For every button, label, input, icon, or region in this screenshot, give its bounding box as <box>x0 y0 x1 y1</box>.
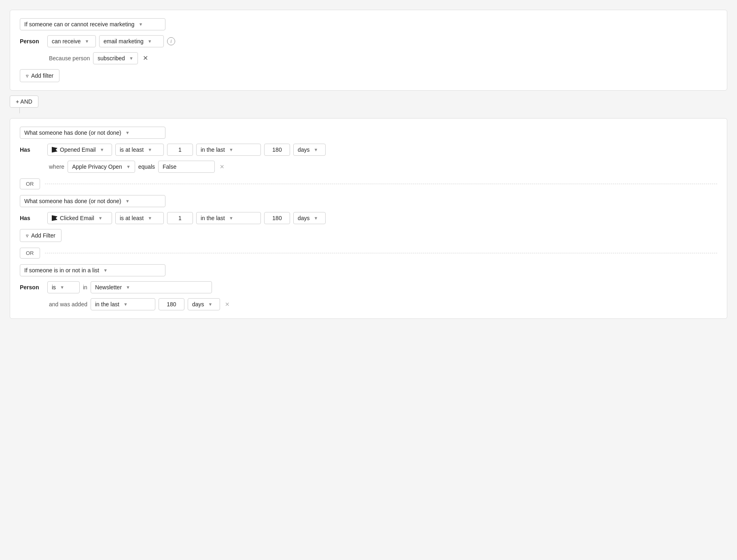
or-button-2[interactable]: OR <box>20 248 40 259</box>
in-the-last-value-4: in the last <box>95 301 119 308</box>
chevron-down-icon-is-4: ▼ <box>60 285 64 290</box>
condition-type-dropdown-4[interactable]: If someone is in or not in a list ▼ <box>20 264 165 276</box>
subscribed-dropdown[interactable]: subscribed ▼ <box>93 52 138 64</box>
apple-privacy-value: Apple Privacy Open <box>72 163 122 170</box>
and-connector: + AND <box>10 95 727 113</box>
chevron-down-icon-3: ▼ <box>125 199 130 204</box>
in-the-last-value-2: in the last <box>201 215 225 221</box>
chevron-down-icon-can-receive: ▼ <box>85 39 89 44</box>
apple-privacy-dropdown[interactable]: Apple Privacy Open ▼ <box>68 161 135 173</box>
funnel-icon-3: ▿ <box>26 233 29 239</box>
is-dropdown-4[interactable]: is ▼ <box>47 281 80 293</box>
close-and-was-added-button[interactable]: ✕ <box>223 300 231 308</box>
info-icon[interactable]: i <box>167 37 175 45</box>
marketing-type-value: email marketing <box>104 38 144 45</box>
condition-type-label-3: What someone has done (or not done) <box>24 198 121 204</box>
funnel-icon-1: ▿ <box>26 73 29 79</box>
in-label-4: in <box>83 284 87 291</box>
chevron-down-icon-clicked: ▼ <box>98 216 103 221</box>
close-where-filter-button[interactable]: ✕ <box>218 163 226 171</box>
can-receive-dropdown[interactable]: can receive ▼ <box>47 35 96 47</box>
can-receive-value: can receive <box>52 38 81 45</box>
add-filter-button-3[interactable]: ▿ Add Filter <box>20 229 61 242</box>
where-label: where <box>49 163 64 170</box>
condition-type-dropdown-1[interactable]: If someone can or cannot receive marketi… <box>20 18 165 30</box>
is-at-least-value-2: is at least <box>120 215 144 221</box>
days-count-input-1[interactable] <box>264 144 290 156</box>
clicked-email-dropdown[interactable]: Clicked Email ▼ <box>47 212 112 224</box>
chevron-down-icon-days-4: ▼ <box>208 302 213 307</box>
or-line-1 <box>45 184 718 184</box>
person-label-4: Person <box>20 284 44 291</box>
chevron-down-icon-2: ▼ <box>125 130 130 135</box>
chevron-down-icon-days-2: ▼ <box>314 216 318 221</box>
chevron-down-icon-days-1: ▼ <box>314 147 318 152</box>
condition-type-label-2: What someone has done (or not done) <box>24 129 121 136</box>
subscribed-value: subscribed <box>97 55 125 62</box>
chevron-down-icon-opened: ▼ <box>100 147 104 152</box>
days-unit-value-4: days <box>192 301 204 308</box>
or-line-2 <box>45 253 718 253</box>
or-divider-2: OR <box>20 248 717 259</box>
days-unit-dropdown-2[interactable]: days ▼ <box>293 212 326 224</box>
days-unit-dropdown-1[interactable]: days ▼ <box>293 144 326 156</box>
chevron-down-icon-marketing: ▼ <box>148 39 152 44</box>
close-because-person-button[interactable]: ✕ <box>141 54 150 62</box>
block-marketing-condition: If someone can or cannot receive marketi… <box>10 10 727 91</box>
is-at-least-dropdown-1[interactable]: is at least ▼ <box>115 144 164 156</box>
list-value-4: Newsletter <box>95 284 122 291</box>
block-opened-email: What someone has done (or not done) ▼ Ha… <box>10 118 727 319</box>
count-input-2[interactable] <box>167 212 193 224</box>
chevron-down-icon-apple: ▼ <box>126 164 131 169</box>
list-dropdown-4[interactable]: Newsletter ▼ <box>91 281 212 293</box>
block-clicked-email-inner: What someone has done (or not done) ▼ Ha… <box>20 195 717 242</box>
days-count-input-4[interactable] <box>159 298 184 310</box>
or-divider-1: OR <box>20 178 717 189</box>
and-connector-line <box>19 108 20 113</box>
marketing-type-dropdown[interactable]: email marketing ▼ <box>99 35 164 47</box>
flag-icon-opened <box>52 147 57 153</box>
chevron-down-icon-4: ▼ <box>103 268 108 273</box>
condition-type-label-1: If someone can or cannot receive marketi… <box>24 21 134 28</box>
has-label-3: Has <box>20 215 44 221</box>
chevron-down-icon-is-at-least-1: ▼ <box>148 147 152 152</box>
is-at-least-value-1: is at least <box>120 146 144 153</box>
and-button[interactable]: + AND <box>10 95 38 108</box>
days-count-input-2[interactable] <box>264 212 290 224</box>
in-the-last-dropdown-4[interactable]: in the last ▼ <box>91 298 155 310</box>
chevron-down-icon-list-4: ▼ <box>126 285 130 290</box>
clicked-email-value: Clicked Email <box>60 215 94 221</box>
false-value-input[interactable] <box>158 161 215 173</box>
equals-label: equals <box>138 163 155 170</box>
condition-type-dropdown-3[interactable]: What someone has done (or not done) ▼ <box>20 195 165 207</box>
chevron-down-icon-1: ▼ <box>138 22 143 27</box>
chevron-down-icon-subscribed: ▼ <box>129 56 133 61</box>
person-label-1: Person <box>20 38 44 45</box>
and-was-added-label: and was added <box>49 301 87 308</box>
is-value-4: is <box>52 284 56 291</box>
in-the-last-dropdown-1[interactable]: in the last ▼ <box>196 144 261 156</box>
chevron-down-icon-is-at-least-2: ▼ <box>148 216 152 221</box>
is-at-least-dropdown-2[interactable]: is at least ▼ <box>115 212 164 224</box>
opened-email-dropdown[interactable]: Opened Email ▼ <box>47 144 112 156</box>
because-person-label: Because person <box>49 55 90 62</box>
chevron-down-icon-in-last-2: ▼ <box>229 216 233 221</box>
or-button-1[interactable]: OR <box>20 178 40 189</box>
in-the-last-value-1: in the last <box>201 146 225 153</box>
block-list-condition-inner: If someone is in or not in a list ▼ Pers… <box>20 264 717 310</box>
condition-type-label-4: If someone is in or not in a list <box>24 267 99 274</box>
days-unit-value-1: days <box>298 146 310 153</box>
opened-email-value: Opened Email <box>60 146 96 153</box>
has-label-2: Has <box>20 146 44 153</box>
flag-icon-clicked <box>52 215 57 221</box>
add-filter-button-1[interactable]: ▿ Add filter <box>20 69 59 82</box>
condition-type-dropdown-2[interactable]: What someone has done (or not done) ▼ <box>20 127 165 139</box>
chevron-down-icon-in-last-4: ▼ <box>123 302 128 307</box>
chevron-down-icon-in-last-1: ▼ <box>229 147 233 152</box>
in-the-last-dropdown-2[interactable]: in the last ▼ <box>196 212 261 224</box>
count-input-1[interactable] <box>167 144 193 156</box>
days-unit-dropdown-4[interactable]: days ▼ <box>188 298 220 310</box>
days-unit-value-2: days <box>298 215 310 221</box>
